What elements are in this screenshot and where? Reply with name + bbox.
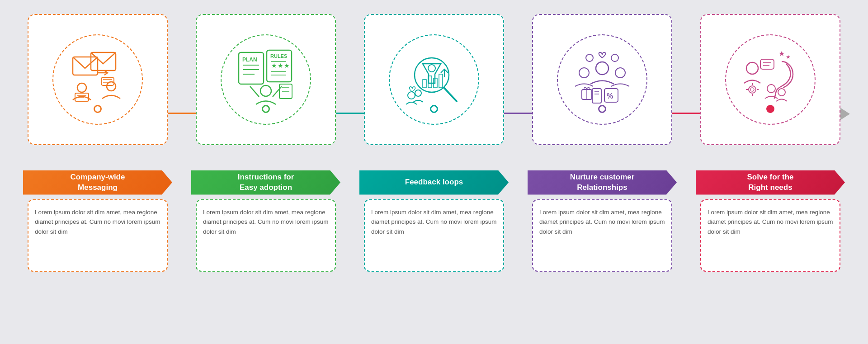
column-3: Feedback loops Lorem ipsum dolor sit dim… [350, 14, 518, 272]
svg-text:PLAN: PLAN [242, 57, 257, 63]
card-top-3 [364, 14, 504, 145]
svg-point-55 [750, 88, 754, 91]
arrow-text-4: Nurture customer Relationships [570, 172, 635, 192]
svg-point-45 [611, 54, 618, 61]
description-3: Lorem ipsum dolor sit dim amet, mea regi… [371, 209, 497, 235]
card-top-2: PLAN RULES ★ ★ ★ [196, 14, 336, 145]
svg-point-39 [408, 92, 415, 99]
bottom-card-5: Lorem ipsum dolor sit dim amet, mea regi… [700, 199, 840, 272]
svg-point-3 [77, 83, 86, 92]
svg-point-40 [415, 90, 421, 96]
card-top-1 [28, 14, 168, 145]
description-4: Lorem ipsum dolor sit dim amet, mea regi… [539, 209, 665, 235]
bottom-card-3: Lorem ipsum dolor sit dim amet, mea regi… [364, 199, 504, 272]
instructions-icon: PLAN RULES ★ ★ ★ [234, 48, 297, 111]
feedback-icon [402, 48, 466, 111]
svg-point-66 [778, 89, 785, 96]
svg-point-44 [586, 54, 593, 61]
column-5: ★ ★ Solve for the Right needs Lorem ipsu… [686, 14, 854, 272]
arrow-text-1: Company-wide Messaging [71, 172, 125, 192]
dot-3 [430, 105, 438, 113]
svg-point-41 [596, 62, 609, 75]
svg-text:RULES: RULES [270, 53, 287, 59]
relationships-icon: % [571, 48, 634, 111]
svg-point-42 [579, 68, 589, 78]
svg-line-31 [444, 88, 457, 101]
svg-text:★: ★ [271, 62, 277, 69]
arrow-label-1: Company-wide Messaging [23, 170, 172, 195]
svg-text:%: % [607, 92, 613, 100]
svg-point-43 [615, 68, 625, 78]
arrow-label-3: Feedback loops [359, 170, 509, 195]
svg-point-53 [746, 62, 758, 74]
svg-rect-46 [592, 89, 601, 103]
dot-5 [766, 105, 774, 113]
svg-rect-37 [439, 74, 443, 88]
dot-2 [262, 105, 270, 113]
svg-rect-60 [760, 59, 774, 69]
svg-text:★: ★ [786, 54, 791, 60]
svg-text:★: ★ [284, 62, 290, 69]
dot-1 [94, 105, 102, 113]
column-2: PLAN RULES ★ ★ ★ [182, 14, 350, 272]
arrow-label-4: Nurture customer Relationships [528, 170, 677, 195]
arrow-text-5: Solve for the Right needs [747, 172, 794, 192]
arrow-label-2: Instructions for Easy adoption [191, 170, 340, 195]
infographic: Company-wide Messaging Lorem ipsum dolor… [14, 14, 854, 330]
dot-4 [598, 105, 606, 113]
bottom-card-1: Lorem ipsum dolor sit dim amet, mea regi… [28, 199, 168, 272]
columns-wrapper: Company-wide Messaging Lorem ipsum dolor… [14, 14, 854, 272]
svg-line-25 [250, 86, 259, 97]
arrow-text-2: Instructions for Easy adoption [238, 172, 294, 192]
card-top-5: ★ ★ [700, 14, 840, 145]
bottom-card-4: Lorem ipsum dolor sit dim amet, mea regi… [532, 199, 672, 272]
svg-point-65 [767, 85, 775, 93]
arrow-label-5: Solve for the Right needs [696, 170, 845, 195]
messaging-icon [66, 48, 129, 111]
card-top-4: % [532, 14, 672, 145]
description-2: Lorem ipsum dolor sit dim amet, mea regi… [203, 209, 329, 235]
svg-point-54 [749, 86, 756, 93]
svg-point-24 [260, 85, 271, 96]
svg-point-33 [428, 65, 435, 72]
svg-rect-34 [423, 80, 426, 88]
svg-line-26 [273, 86, 282, 97]
arrow-text-3: Feedback loops [405, 177, 463, 187]
needs-icon: ★ ★ [739, 48, 802, 111]
column-4: % Nurture customer Relationships Lorem i… [518, 14, 686, 272]
svg-text:★: ★ [278, 62, 283, 69]
svg-text:★: ★ [778, 50, 785, 57]
column-1: Company-wide Messaging Lorem ipsum dolor… [14, 14, 182, 272]
bottom-card-2: Lorem ipsum dolor sit dim amet, mea regi… [196, 199, 336, 272]
description-5: Lorem ipsum dolor sit dim amet, mea regi… [708, 209, 833, 235]
description-1: Lorem ipsum dolor sit dim amet, mea regi… [35, 209, 160, 235]
